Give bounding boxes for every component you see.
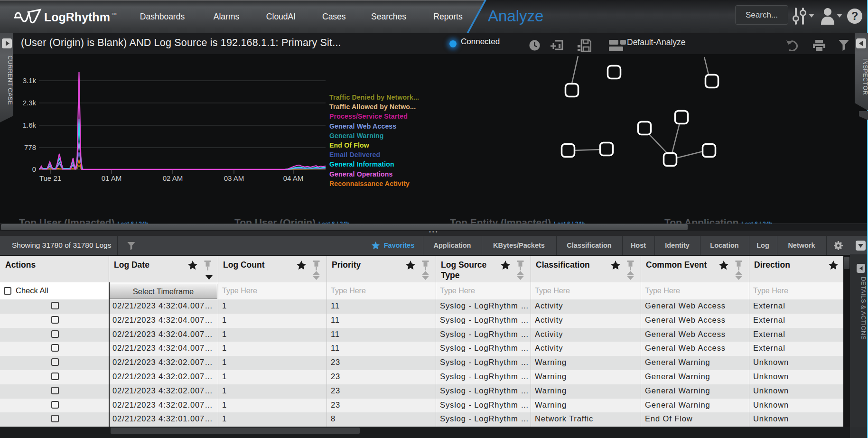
svg-text:3.1k: 3.1k <box>23 76 37 84</box>
svg-text:01 AM: 01 AM <box>102 174 122 182</box>
svg-text:2.3k: 2.3k <box>23 99 37 107</box>
svg-text:Tue 21: Tue 21 <box>39 174 61 182</box>
svg-text:04 AM: 04 AM <box>283 174 304 182</box>
svg-text:?: ? <box>851 9 859 22</box>
svg-text:778: 778 <box>24 143 36 151</box>
svg-text:03 AM: 03 AM <box>224 174 244 182</box>
svg-text:02 AM: 02 AM <box>163 174 183 182</box>
svg-text:1.6k: 1.6k <box>23 121 37 129</box>
svg-text:0: 0 <box>32 165 36 173</box>
